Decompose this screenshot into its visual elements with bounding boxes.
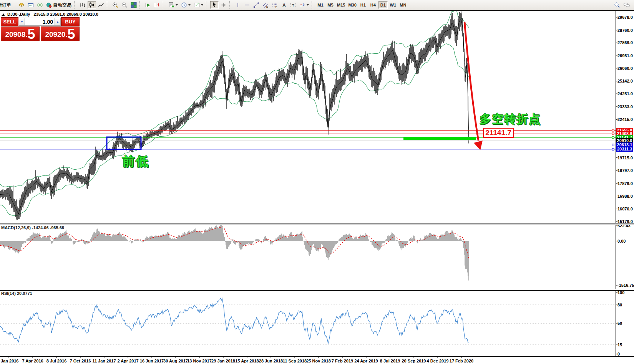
chart-symbol-label: DJ30-,Daily	[7, 12, 30, 17]
rsi-indicator-label: RSI(14) 20.0771	[1, 291, 32, 296]
zoom-out-button[interactable]	[120, 1, 129, 9]
bar-chart-icon	[80, 2, 86, 8]
chart-shift-button[interactable]	[153, 1, 161, 9]
ask-decimal: 5	[68, 28, 75, 40]
svg-text:A: A	[282, 3, 286, 8]
timeframe-h1-button[interactable]: H1	[358, 1, 368, 9]
previous-low-annotation[interactable]: 前低	[122, 153, 149, 170]
vertical-line-tool-button[interactable]	[234, 1, 242, 9]
volume-increase-button[interactable]: ▲	[55, 18, 61, 26]
chat-bubbles-icon	[623, 2, 630, 8]
chevron-down-icon	[188, 4, 191, 6]
sell-button[interactable]: SELL	[1, 17, 18, 26]
line-chart-icon	[98, 2, 104, 8]
line-chart-mode-button[interactable]	[97, 1, 105, 9]
fibonacci-tool-button[interactable]: F	[271, 1, 279, 9]
ask-price-button[interactable]: 20920.5	[41, 26, 80, 41]
signals-icon-button[interactable]	[36, 1, 44, 9]
crosshair-tool-button[interactable]	[219, 1, 228, 9]
toolbar-separator	[312, 1, 314, 9]
market-watch-icon	[28, 2, 34, 8]
one-click-trading-panel: SELL ▼ ▲ BUY 20908.5 20920.5	[1, 17, 80, 41]
chart-ohlc-values: 23515.0 23581.0 20869.0 20910.0	[34, 12, 98, 17]
volume-decrease-button[interactable]: ▼	[19, 18, 25, 26]
vertical-line-icon	[235, 2, 241, 8]
search-button[interactable]	[613, 1, 621, 9]
market-watch-icon-button[interactable]	[27, 1, 35, 9]
rsi-panel-splitter[interactable]	[0, 289, 634, 291]
volume-stepper: ▼ ▲	[18, 17, 61, 26]
cursor-tool-button[interactable]	[210, 1, 219, 9]
auto-trading-button[interactable]: 自动交易	[45, 1, 73, 9]
indicators-dropdown-button[interactable]	[193, 1, 204, 9]
price-flag-label[interactable]: 21141.7	[483, 128, 514, 138]
bid-integer: 20908	[5, 29, 25, 40]
zoom-in-icon	[112, 2, 118, 8]
auto-trading-label: 自动交易	[53, 2, 71, 8]
chart-window[interactable]	[0, 10, 634, 364]
order-document-icon	[168, 2, 174, 8]
timeframe-m30-button[interactable]: M30	[347, 1, 357, 9]
cursor-icon	[211, 2, 217, 8]
timeframe-h4-button[interactable]: H4	[368, 1, 378, 9]
timeframe-d1-button[interactable]: D1	[378, 1, 388, 9]
timeframe-mn-button[interactable]: MN	[398, 1, 408, 9]
horizontal-line-tool-button[interactable]	[243, 1, 251, 9]
new-order-dropdown-button[interactable]	[167, 1, 179, 9]
macd-panel-splitter[interactable]	[0, 223, 634, 225]
macd-indicator-label: MACD(12,26,9) -1424.06 -965.68	[1, 225, 64, 230]
turning-point-annotation[interactable]: 多空转折点	[480, 111, 541, 127]
auto-scroll-button[interactable]	[144, 1, 152, 9]
tile-windows-icon	[131, 2, 137, 8]
text-label-icon: T	[290, 2, 296, 8]
crosshair-icon	[221, 2, 227, 8]
chevron-down-icon	[307, 4, 309, 6]
zoom-in-button[interactable]	[111, 1, 119, 9]
bid-decimal: 5	[28, 28, 35, 40]
community-chat-button[interactable]	[622, 1, 631, 9]
timeframe-m5-button[interactable]: M5	[326, 1, 335, 9]
volume-input[interactable]	[25, 18, 55, 26]
journal-icon	[18, 2, 25, 8]
bid-price-button[interactable]: 20908.5	[1, 26, 40, 41]
candlestick-icon	[89, 2, 95, 8]
toolbar-separator	[107, 1, 109, 9]
svg-text:E: E	[266, 5, 268, 8]
candlestick-mode-button[interactable]	[88, 1, 96, 9]
trading-terminal: 新订单 自动交易	[0, 0, 634, 364]
text-icon: A	[281, 2, 287, 8]
search-icon	[614, 2, 620, 8]
text-label-tool-button[interactable]: T	[289, 1, 297, 9]
signal-icon	[37, 2, 43, 8]
timeframe-m1-button[interactable]: M1	[316, 1, 325, 9]
text-tool-button[interactable]: A	[280, 1, 288, 9]
toolbar-separator	[163, 1, 165, 9]
chevron-down-icon	[176, 4, 178, 6]
trendline-icon	[253, 2, 259, 8]
chevron-down-icon	[201, 4, 203, 6]
toolbar: 新订单 自动交易	[0, 0, 634, 10]
horizontal-line-icon	[244, 2, 250, 8]
buy-button[interactable]: BUY	[61, 17, 80, 26]
ask-integer: 20920	[45, 29, 65, 40]
time-axis-border	[0, 356, 634, 357]
trendline-tool-button[interactable]	[252, 1, 261, 9]
channel-tool-button[interactable]: E	[261, 1, 270, 9]
timeframe-w1-button[interactable]: W1	[388, 1, 398, 9]
journal-icon-button[interactable]	[17, 1, 26, 9]
clock-icon	[181, 2, 187, 8]
equidistant-channel-icon: E	[262, 2, 269, 8]
fibonacci-icon: F	[272, 2, 278, 8]
arrows-tool-button[interactable]	[298, 1, 310, 9]
bar-chart-mode-button[interactable]	[78, 1, 87, 9]
chart-title: DJ30-,Daily 23515.0 23581.0 20869.0 2091…	[2, 12, 98, 17]
period-dropdown-button[interactable]	[180, 1, 192, 9]
auto-scroll-icon	[145, 2, 151, 8]
svg-text:T: T	[292, 3, 294, 7]
new-order-button[interactable]: 新订单	[0, 2, 17, 8]
tile-windows-button[interactable]	[129, 1, 138, 9]
timeframe-m15-button[interactable]: M15	[336, 1, 346, 9]
arrow-objects-icon	[299, 2, 305, 8]
svg-text:F: F	[276, 6, 277, 8]
chart-shift-icon	[154, 2, 160, 8]
